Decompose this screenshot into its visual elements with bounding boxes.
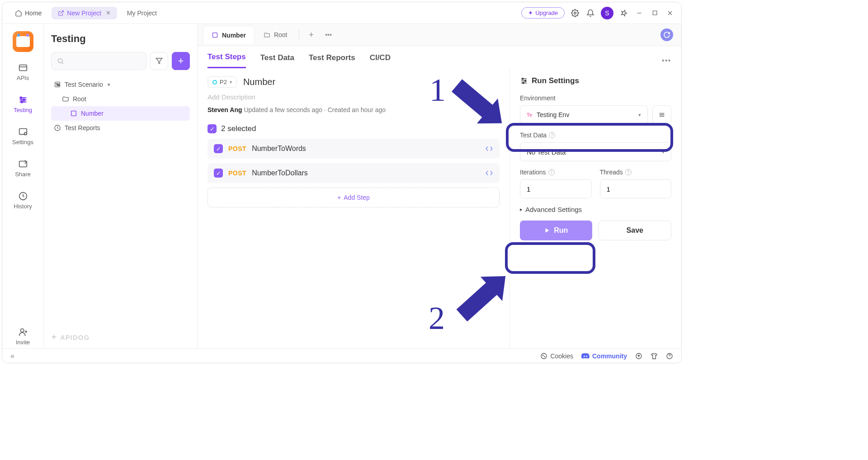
iterations-input[interactable] (520, 179, 592, 198)
ts-icon (70, 110, 77, 117)
svg-rect-15 (19, 161, 27, 167)
run-settings-panel: Run Settings Environment Te Testing Env … (509, 68, 681, 348)
help-icon[interactable]: ? (548, 169, 555, 175)
page-title[interactable]: Number (243, 77, 275, 87)
svg-point-11 (23, 99, 25, 101)
brand-icon: ✦ (51, 333, 57, 341)
svg-point-36 (541, 353, 547, 359)
tab-test-data[interactable]: Test Data (260, 53, 294, 68)
cookies-button[interactable]: Cookies (540, 352, 573, 360)
advanced-settings-toggle[interactable]: ▸ Advanced Settings (520, 206, 671, 213)
nav-history[interactable]: History (7, 188, 39, 212)
doc-tabs: Number Root + ••• (198, 24, 681, 46)
environment-label: Environment (520, 94, 671, 102)
discord-icon (581, 352, 590, 360)
upload-button[interactable] (635, 352, 642, 360)
method-badge: POST (228, 169, 246, 177)
link-icon[interactable] (485, 145, 493, 153)
clock-icon (54, 124, 61, 131)
nav-label: APIs (17, 75, 29, 81)
nav-share[interactable]: Share (7, 156, 39, 180)
svg-point-30 (525, 80, 526, 82)
search-input[interactable] (51, 52, 146, 70)
shirt-button[interactable] (651, 352, 658, 360)
step-row[interactable]: ✓ POST NumberToDollars (208, 163, 500, 183)
tab-test-steps[interactable]: Test Steps (208, 52, 246, 68)
community-button[interactable]: Community (581, 352, 627, 360)
settings-rail-icon (18, 127, 28, 137)
settings-icon[interactable] (570, 8, 580, 18)
step-row[interactable]: ✓ POST NumberToWords (208, 139, 500, 159)
svg-rect-23 (71, 111, 76, 116)
svg-marker-35 (546, 228, 549, 232)
priority-select[interactable]: P2 ▾ (208, 76, 237, 88)
environment-select[interactable]: Te Testing Env ▾ (520, 105, 648, 124)
add-tab-button[interactable]: + (303, 30, 319, 40)
advanced-label: Advanced Settings (525, 206, 582, 213)
save-button[interactable]: Save (599, 221, 672, 240)
doc-tab-number[interactable]: Number (203, 26, 255, 44)
threads-label: Threads ? (600, 169, 672, 176)
add-step-button[interactable]: + Add Step (208, 188, 500, 207)
iterations-label: Iterations ? (520, 169, 592, 176)
step-name: NumberToDollars (252, 169, 308, 177)
help-button[interactable] (666, 352, 673, 360)
add-button[interactable]: + (172, 52, 190, 70)
help-icon[interactable]: ? (549, 132, 555, 138)
run-button[interactable]: Run (520, 221, 592, 240)
checkbox-icon[interactable]: ✓ (214, 144, 223, 153)
filter-button[interactable] (150, 52, 168, 70)
cookies-label: Cookies (550, 352, 573, 360)
nav-apis[interactable]: APIs (7, 60, 39, 84)
pin-icon[interactable] (619, 8, 629, 18)
link-icon[interactable] (485, 169, 493, 177)
chevron-down-icon: ▼ (107, 82, 111, 87)
svg-rect-13 (19, 129, 27, 135)
tree-root[interactable]: Root (51, 92, 190, 106)
minimize-icon[interactable] (634, 8, 644, 18)
brand: ✦ APIDOG (51, 329, 190, 345)
svg-line-19 (62, 62, 63, 64)
tab-menu-button[interactable]: ••• (320, 31, 336, 38)
testdata-select[interactable]: No Test Data ▾ (520, 142, 671, 161)
tab-test-reports[interactable]: Test Reports (309, 53, 355, 68)
avatar[interactable]: S (601, 7, 613, 19)
svg-point-29 (522, 78, 524, 80)
upgrade-button[interactable]: ✦ Upgrade (521, 7, 565, 19)
close-window-icon[interactable] (665, 8, 675, 18)
project-tab-new[interactable]: New Project ✕ (52, 7, 117, 19)
nav-settings[interactable]: Settings (7, 124, 39, 148)
svg-rect-5 (19, 65, 27, 71)
checkbox-icon[interactable]: ✓ (214, 169, 223, 178)
doc-tab-label: Root (274, 31, 288, 38)
api-icon (18, 63, 28, 73)
doc-tab-root[interactable]: Root (255, 26, 296, 44)
maximize-icon[interactable] (650, 8, 660, 18)
collapse-button[interactable]: « (10, 352, 14, 360)
bell-icon[interactable] (585, 8, 595, 18)
nav-invite[interactable]: Invite (7, 324, 39, 348)
more-button[interactable]: ••• (662, 57, 671, 64)
selection-row[interactable]: ✓ 2 selected (208, 124, 500, 133)
nav-testing[interactable]: Testing (7, 92, 39, 116)
panel-title: Testing (51, 33, 190, 45)
author-name: Steven Ang (208, 106, 242, 113)
svg-point-17 (20, 329, 24, 332)
tree: Ts Test Scenario ▼ Root Number (51, 77, 190, 135)
tree-reports[interactable]: Test Reports (51, 121, 190, 135)
close-icon[interactable]: ✕ (106, 9, 111, 16)
help-icon[interactable]: ? (625, 169, 632, 175)
env-menu-button[interactable] (652, 105, 671, 124)
project-tab-my[interactable]: My Project (121, 7, 163, 19)
tab-cicd[interactable]: CI/CD (370, 53, 391, 68)
checkbox-icon[interactable]: ✓ (208, 124, 217, 133)
folder-icon (264, 32, 270, 38)
sync-icon[interactable] (660, 28, 673, 41)
search-icon (57, 57, 64, 65)
tree-number[interactable]: Number (51, 106, 190, 121)
svg-point-14 (24, 132, 27, 135)
tree-scenario[interactable]: Ts Test Scenario ▼ (51, 77, 190, 92)
threads-input[interactable] (600, 179, 672, 198)
doc-tab-label: Number (222, 32, 246, 39)
home-tab[interactable]: Home (9, 7, 48, 19)
